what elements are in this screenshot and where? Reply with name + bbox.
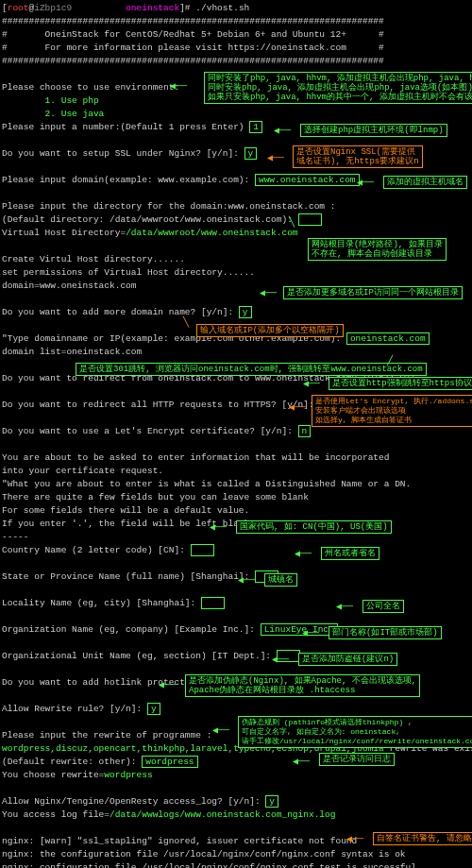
banner2: # For more information please visit http… <box>2 42 470 55</box>
arrow-icon: ◀── <box>295 548 312 561</box>
dlist: domain list=oneinstack.com <box>2 346 470 359</box>
ann-ip: 输入域名或IP(添加多个以空格隔开) <box>196 324 344 337</box>
perm: set permissions of Virtual Host director… <box>2 266 470 280</box>
arrow-icon: ╱ <box>387 355 393 368</box>
ann-cn: 国家代码, 如: CN(中国), US(美国) <box>236 520 392 534</box>
cert4: There are quite a few fields but you can… <box>2 491 470 504</box>
ann-ou: 部门名称(如IT部或市场部) <box>329 626 442 639</box>
input-le[interactable]: n <box>298 425 312 437</box>
arrow-icon: ◀── <box>336 601 353 614</box>
arrow-icon: ◀── <box>303 378 320 391</box>
arrow-icon: ╲ <box>183 316 189 330</box>
rew3: (Default rewrite: other): wordpress <box>2 756 470 769</box>
input-org[interactable]: LinuxEye Inc. <box>261 623 338 636</box>
input-more[interactable]: y <box>239 306 252 318</box>
arrow-icon: ◀── <box>357 177 374 190</box>
arrow-icon: ◀── <box>289 401 306 415</box>
q-more: Do you want to add more domain name? [y/… <box>2 306 470 319</box>
arrow-icon: ◀── <box>293 756 310 769</box>
arrow-icon: ◀── <box>260 287 277 300</box>
arrow-icon: ◀── <box>302 627 319 640</box>
hash: ########################################… <box>2 15 470 28</box>
ann-301: 是否设置301跳转, 浏览器访问oneinstack.com时, 强制跳转至ww… <box>76 363 427 376</box>
hash2: ########################################… <box>2 55 470 68</box>
arrow-icon: ◀── <box>272 654 289 667</box>
arrow-icon: ◀── <box>238 574 255 587</box>
ann-st: 州名或者省名 <box>321 547 379 560</box>
ann-org: 公司全名 <box>362 600 404 613</box>
ann-le: 是否使用Let's Encrypt, 执行./addons.sh安装客户端才会出… <box>312 395 472 427</box>
ann-rewp: 伪静态规则 (pathinfo模式请选择thinkphp) ,可自定义名字, 如… <box>238 716 472 748</box>
ann-more: 是否添加更多域名或IP访问同一个网站根目录 <box>283 286 463 299</box>
cert5: For some fields there will be a default … <box>2 504 470 518</box>
q-dir2: (Default directory: /data/wwwroot/www.on… <box>2 213 470 227</box>
banner1: # OneinStack for CentOS/Redhat 5+ Debian… <box>2 28 470 42</box>
input-rew[interactable]: y <box>147 703 160 715</box>
nginx-tst: nginx: configuration file /usr/local/ngi… <box>2 861 470 868</box>
ann-log: 是否记录访问日志 <box>319 753 395 766</box>
input-rewprog[interactable]: wordpress <box>142 756 197 768</box>
input-domain[interactable]: www.oneinstack.com <box>255 174 360 186</box>
q-rew: Allow Rewrite rule? [y/n]: y <box>2 703 470 716</box>
cert2: into your certificate request. <box>2 465 470 478</box>
q-le: Do you want to use a Let's Encrypt certi… <box>2 425 470 438</box>
q-log: Allow Nginx/Tengine/OpenResty access_log… <box>2 795 470 808</box>
ann-root: 网站根目录(绝对路径), 如果目录不存在, 脚本会自动创建该目录 <box>308 238 447 261</box>
cert3: "What you are about to enter is what is … <box>2 478 470 491</box>
ann-rew: 是否添加伪静态(Nginx), 如果Apache, 不会出现该选项,Apache… <box>185 674 420 697</box>
input-ssl[interactable]: y <box>244 147 258 160</box>
input-log[interactable]: y <box>265 795 278 808</box>
nginx-ok: nginx: the configuration file /usr/local… <box>2 848 470 861</box>
ann-loc: 城镇名 <box>264 573 297 587</box>
input-type[interactable]: oneinstack.com <box>346 332 430 345</box>
arrow-icon: ◀── <box>212 724 229 738</box>
arrow-icon: ◀── <box>210 521 227 535</box>
ann-lnmp: 选择创建php虚拟主机环境(即lnmp) <box>300 124 447 137</box>
arrow-icon: ◀── <box>274 125 291 138</box>
cert1: You are about to be asked to enter infor… <box>2 451 470 465</box>
arrow-icon: ╲ <box>289 216 295 230</box>
arrow-icon: ◀── <box>159 679 176 692</box>
arrow-icon: ◀── <box>346 833 363 846</box>
ann-self: 自签名证书警告, 请忽略 <box>373 832 472 845</box>
rew4: You choose rewrite=wordpress <box>2 769 470 782</box>
q-ou: Organizational Unit Name (eg, section) [… <box>2 650 470 663</box>
arrow-icon: ◀── <box>170 80 187 94</box>
ann-php-java: 同时安装了php, java, hhvm, 添加虚拟主机会出现php, java… <box>204 72 472 104</box>
ann-dom: 添加的虚拟主机域名 <box>383 176 467 189</box>
arrow-icon: ◀── <box>267 152 284 165</box>
ann-https: 是否设置http强制跳转至https协议 <box>329 377 472 390</box>
ann-hot: 是否添加防盗链(建议n) <box>298 653 397 666</box>
input-number[interactable]: 1 <box>249 121 262 133</box>
q-st: State or Province Name (full name) [Shan… <box>2 570 470 584</box>
log2: You access log file=/data/wwwlogs/www.on… <box>2 808 470 822</box>
menu-2: 2. Use java <box>2 108 470 121</box>
prompt-line: [root@iZbp1c9 oneinstack]# ./vhost.sh <box>2 2 470 15</box>
ann-ssl: 是否设置Nginx SSL(需要提供域名证书), 无https要求建议n <box>293 145 423 168</box>
q-dir1: Please input the directory for the domai… <box>2 200 470 213</box>
q-cn: Country Name (2 letter code) [CN]: <box>2 544 470 557</box>
